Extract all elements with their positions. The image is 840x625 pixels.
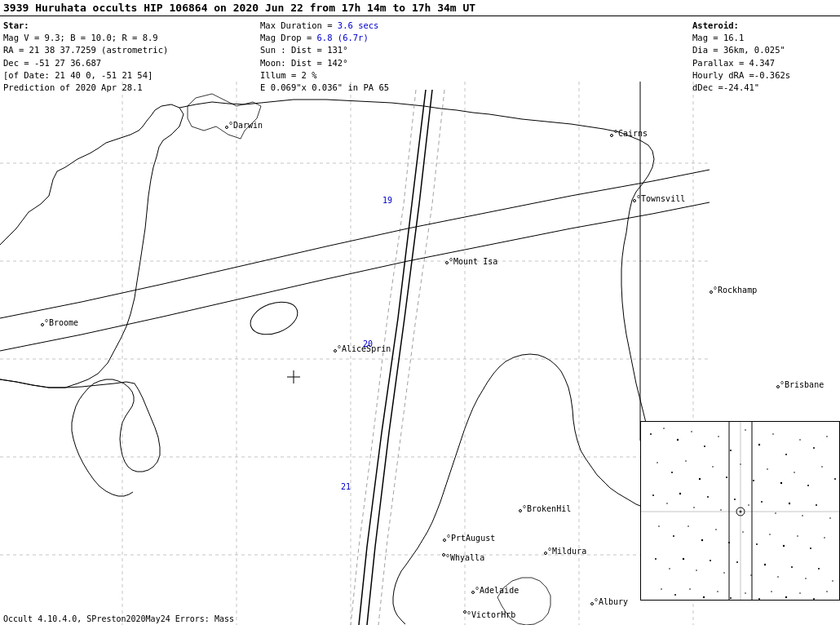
svg-point-36	[726, 477, 727, 478]
sun-info: Sun : Dist = 131°	[260, 44, 498, 56]
darwin-label: °Darwin	[228, 121, 263, 130]
svg-point-69	[769, 534, 771, 535]
hour-20: 20	[363, 339, 373, 348]
svg-point-41	[794, 472, 795, 473]
svg-point-49	[707, 496, 709, 498]
center-info: Max Duration = 3.6 secs Mag Drop = 6.8 (…	[257, 18, 502, 95]
svg-point-51	[734, 499, 736, 500]
svg-point-99	[813, 598, 815, 600]
svg-point-84	[791, 566, 793, 568]
asteroid-hourly-ddec: dDec =-24.41"	[692, 82, 837, 94]
svg-point-64	[701, 539, 703, 541]
townsvill-label: °Townsvill	[636, 194, 685, 203]
svg-point-38	[753, 480, 754, 481]
svg-point-79	[723, 572, 725, 574]
asteroid-label: Asteroid:	[692, 20, 837, 32]
svg-point-19	[677, 439, 679, 441]
star-ofdate: [of Date: 21 40 0, -51 21 54]	[3, 69, 250, 82]
svg-point-98	[799, 592, 801, 594]
svg-point-13	[246, 296, 303, 340]
right-info: Asteroid: Mag = 16.1 Dia = 36km, 0.025" …	[689, 18, 840, 95]
svg-point-62	[673, 535, 674, 537]
svg-point-75	[669, 568, 670, 570]
star-chart-inset	[640, 421, 840, 601]
svg-point-54	[748, 504, 749, 506]
svg-point-85	[805, 578, 807, 579]
svg-point-55	[761, 501, 763, 503]
svg-point-68	[756, 543, 758, 545]
svg-point-28	[799, 439, 801, 441]
svg-point-42	[807, 485, 809, 486]
svg-point-31	[657, 462, 658, 463]
svg-point-87	[832, 580, 833, 582]
header-bar: 3939 Huruhata occults HIP 106864 on 2020…	[0, 0, 840, 16]
footer-bar: Occult 4.10.4.0, SPreston2020May24 Error…	[0, 613, 840, 625]
star-ra: RA = 21 38 37.7259 (astrometric)	[3, 44, 250, 56]
rockhamp-label: °Rockhamp	[713, 286, 757, 295]
star-prediction: Prediction of 2020 Apr 28.1	[3, 82, 250, 94]
svg-point-27	[785, 454, 787, 455]
svg-point-56	[775, 512, 776, 514]
svg-point-39	[767, 468, 768, 470]
mildura-label: °Mildura	[547, 547, 586, 556]
svg-point-57	[789, 503, 790, 504]
asteroid-mag: Mag = 16.1	[692, 32, 837, 44]
main-container: 3939 Huruhata occults HIP 106864 on 2020…	[0, 0, 840, 625]
svg-point-47	[679, 493, 681, 494]
svg-point-95	[758, 598, 760, 600]
svg-point-97	[785, 596, 787, 598]
svg-point-34	[699, 478, 701, 480]
svg-point-35	[712, 466, 714, 468]
svg-point-77	[696, 570, 697, 571]
svg-point-70	[783, 545, 785, 547]
svg-point-43	[821, 466, 823, 468]
star-label: Star:	[3, 20, 250, 32]
footer-text: Occult 4.10.4.0, SPreston2020May24 Error…	[3, 614, 234, 623]
illum-info: Illum = 2 %	[260, 69, 498, 82]
svg-point-80	[736, 561, 738, 563]
svg-point-22	[718, 436, 719, 437]
path-info: E 0.069"x 0.036" in PA 65	[260, 82, 498, 94]
svg-point-60	[829, 517, 831, 519]
mag-drop: Mag Drop = 6.8 (6.7r)	[260, 32, 498, 44]
svg-point-82	[764, 564, 766, 565]
svg-point-92	[717, 591, 718, 592]
svg-point-90	[689, 588, 691, 590]
svg-point-100	[826, 591, 828, 592]
albury-label: °Albury	[594, 597, 628, 606]
svg-point-45	[652, 494, 654, 496]
mountisa-label: °Mount Isa	[449, 257, 497, 266]
svg-point-76	[683, 558, 684, 560]
page-title: 3939 Huruhata occults HIP 106864 on 2020…	[3, 2, 475, 14]
asteroid-hourly-dra: Hourly dRA =-0.362s	[692, 69, 837, 82]
svg-point-44	[834, 478, 836, 480]
asteroid-dia: Dia = 36km, 0.025"	[692, 44, 837, 56]
svg-point-59	[816, 504, 817, 506]
asteroid-parallax: Parallax = 4.347	[692, 57, 837, 69]
svg-point-74	[655, 558, 657, 560]
svg-point-58	[802, 515, 803, 516]
svg-point-96	[771, 591, 772, 592]
svg-point-26	[772, 433, 774, 435]
svg-point-40	[780, 482, 782, 484]
svg-point-29	[813, 447, 815, 449]
svg-point-93	[730, 597, 732, 599]
svg-point-23	[730, 450, 732, 451]
svg-point-63	[687, 525, 689, 527]
moon-info: Moon: Dist = 142°	[260, 57, 498, 69]
max-duration: Max Duration = 3.6 secs	[260, 20, 498, 32]
svg-point-25	[758, 444, 760, 445]
svg-point-32	[671, 472, 673, 473]
svg-point-73	[824, 537, 825, 539]
svg-point-24	[745, 429, 746, 431]
svg-point-71	[797, 535, 798, 537]
prtaugust-label: °PrtAugust	[446, 534, 495, 543]
svg-point-30	[826, 436, 828, 437]
svg-point-88	[661, 588, 662, 590]
svg-point-78	[710, 560, 711, 561]
whyalla-label: °Whyalla	[445, 553, 484, 562]
svg-point-89	[674, 594, 676, 596]
cairns-label: °Cairns	[613, 129, 648, 138]
svg-point-46	[666, 503, 668, 504]
hour-21: 21	[341, 482, 351, 491]
